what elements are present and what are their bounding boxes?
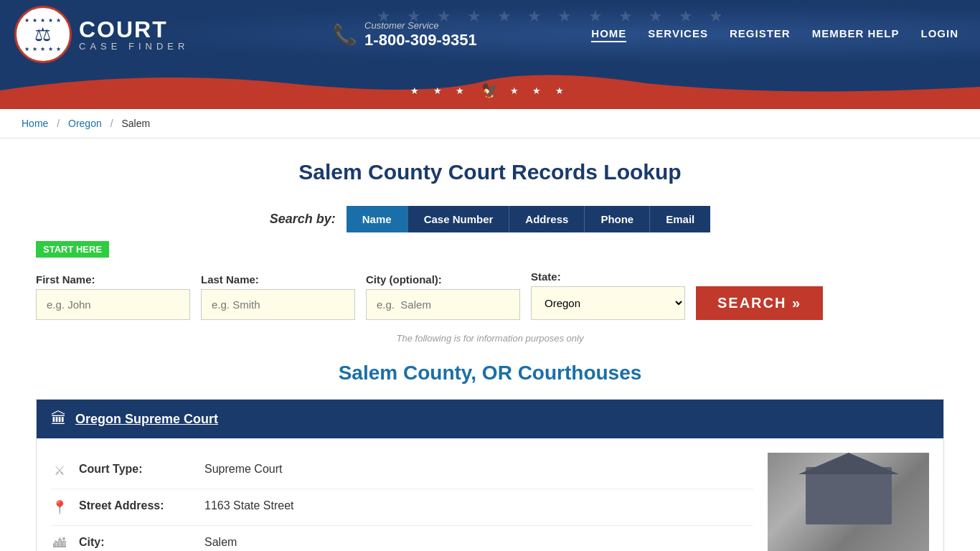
courthouse-building-icon: 🏛 [51, 410, 67, 428]
tab-case-number[interactable]: Case Number [407, 206, 509, 232]
courthouse-info: ⚔ Court Type: Supreme Court 📍 Street Add… [51, 453, 753, 551]
cs-phone: 1-800-309-9351 [364, 31, 477, 50]
courthouse-card: 🏛 Oregon Supreme Court ⚔ Court Type: Sup… [36, 399, 944, 551]
first-name-group: First Name: [36, 273, 190, 320]
breadcrumb-oregon[interactable]: Oregon [68, 118, 102, 129]
city-info-value: Salem [204, 536, 237, 549]
header-wave-area: ★ ★ ★ 🦅 ★ ★ ★ [0, 69, 980, 105]
info-row-city: 🏙 City: Salem [51, 526, 753, 551]
courthouse-image [768, 453, 929, 551]
gavel-icon: ⚔ [51, 463, 68, 479]
courthouse-body: ⚔ Court Type: Supreme Court 📍 Street Add… [37, 438, 943, 551]
last-name-input[interactable] [201, 289, 355, 320]
red-accent-bar [0, 105, 980, 109]
street-address-value: 1163 State Street [204, 499, 294, 512]
start-here-badge: START HERE [36, 241, 109, 258]
nav-services[interactable]: SERVICES [648, 27, 708, 42]
main-nav: HOME SERVICES REGISTER MEMBER HELP LOGIN [591, 27, 958, 42]
city-label: City (optional): [366, 273, 520, 286]
breadcrumb: Home / Oregon / Salem [0, 109, 980, 138]
courthouse-name[interactable]: Oregon Supreme Court [75, 412, 218, 427]
tab-address[interactable]: Address [509, 206, 584, 232]
city-icon: 🏙 [51, 536, 68, 551]
eagle-icon: 🦅 [481, 82, 499, 99]
header: ★ ★ ★ ★ ★ ⚖ ★ ★ ★ ★ ★ COURT CASE FINDER … [0, 0, 980, 109]
customer-service: 📞 Customer Service 1-800-309-9351 [332, 20, 477, 50]
state-label: State: [531, 270, 685, 283]
logo-text: COURT CASE FINDER [79, 18, 189, 52]
court-type-value: Supreme Court [204, 463, 283, 476]
logo-scale-icon: ⚖ [24, 24, 62, 46]
logo-stars-bottom: ★ ★ ★ ★ ★ [24, 46, 62, 52]
state-group: State: AlabamaAlaskaArizonaArkansasCalif… [531, 270, 685, 320]
logo-area: ★ ★ ★ ★ ★ ⚖ ★ ★ ★ ★ ★ COURT CASE FINDER [14, 6, 189, 63]
court-type-label: Court Type: [79, 463, 194, 476]
tab-phone[interactable]: Phone [584, 206, 649, 232]
first-name-label: First Name: [36, 273, 190, 286]
info-row-type: ⚔ Court Type: Supreme Court [51, 453, 753, 489]
breadcrumb-sep-1: / [57, 118, 60, 129]
last-name-group: Last Name: [201, 273, 355, 320]
cs-label: Customer Service [364, 20, 477, 31]
breadcrumb-current: Salem [121, 118, 150, 129]
state-select[interactable]: AlabamaAlaskaArizonaArkansasCaliforniaCo… [531, 286, 685, 320]
last-name-label: Last Name: [201, 273, 355, 286]
eagle-stars-left: ★ ★ ★ [410, 85, 470, 96]
courthouses-title: Salem County, OR Courthouses [36, 362, 944, 385]
info-row-address: 📍 Street Address: 1163 State Street [51, 489, 753, 526]
city-input[interactable] [366, 289, 520, 320]
search-form-row: First Name: Last Name: City (optional): … [36, 270, 944, 320]
phone-headset-icon: 📞 [332, 23, 357, 47]
breadcrumb-home[interactable]: Home [22, 118, 48, 129]
cs-text: Customer Service 1-800-309-9351 [364, 20, 477, 50]
nav-home[interactable]: HOME [591, 27, 626, 42]
search-section: Search by: Name Case Number Address Phon… [36, 206, 944, 344]
tab-email[interactable]: Email [649, 206, 710, 232]
header-top: ★ ★ ★ ★ ★ ⚖ ★ ★ ★ ★ ★ COURT CASE FINDER … [0, 0, 980, 69]
search-by-row: Search by: Name Case Number Address Phon… [36, 206, 944, 232]
logo-circle: ★ ★ ★ ★ ★ ⚖ ★ ★ ★ ★ ★ [14, 6, 72, 63]
city-group: City (optional): [366, 273, 520, 320]
logo-case-finder-text: CASE FINDER [79, 41, 189, 52]
logo-court-text: COURT [79, 18, 189, 41]
logo-stars: ★ ★ ★ ★ ★ [24, 17, 62, 24]
first-name-input[interactable] [36, 289, 190, 320]
search-by-label: Search by: [270, 212, 336, 227]
street-address-label: Street Address: [79, 499, 194, 512]
eagle-area: ★ ★ ★ 🦅 ★ ★ ★ [410, 82, 569, 99]
location-pin-icon: 📍 [51, 499, 68, 515]
main-content: Salem County Court Records Lookup Search… [0, 138, 980, 551]
info-note: The following is for information purpose… [36, 333, 944, 344]
nav-member-help[interactable]: MEMBER HELP [812, 27, 900, 42]
city-info-label: City: [79, 536, 194, 549]
nav-login[interactable]: LOGIN [920, 27, 958, 42]
nav-register[interactable]: REGISTER [730, 27, 791, 42]
courthouse-header: 🏛 Oregon Supreme Court [37, 400, 943, 438]
search-button[interactable]: SEARCH » [696, 286, 823, 320]
eagle-stars-right: ★ ★ ★ [510, 85, 570, 96]
breadcrumb-sep-2: / [110, 118, 113, 129]
tab-name[interactable]: Name [347, 206, 407, 232]
page-title: Salem County Court Records Lookup [36, 160, 944, 184]
